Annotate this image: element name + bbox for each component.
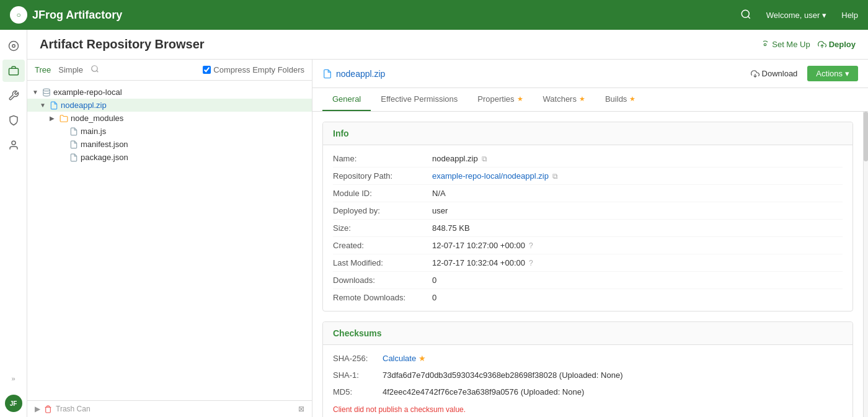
tree-item-label: package.json — [81, 153, 128, 162]
info-value: example-repo-local/nodeappl.zip ⧉ — [432, 171, 558, 181]
tree-toolbar: Tree Simple Compress Empty Folders — [27, 60, 312, 81]
info-label: Created: — [333, 241, 432, 250]
deploy-button[interactable]: Deploy — [818, 40, 856, 49]
tree-footer: ▶ Trash Can ⊠ — [27, 400, 312, 417]
jfrog-avatar: JF — [5, 395, 22, 412]
setmeup-button[interactable]: Set Me Up — [761, 40, 810, 49]
detail-panel: nodeappl.zip Download Actions ▾ — [312, 60, 868, 417]
app-title: JFrog Artifactory — [32, 9, 122, 22]
header-actions: Set Me Up Deploy — [761, 40, 856, 49]
info-row-downloads: Downloads: 0 — [333, 272, 843, 289]
info-label: Size: — [333, 223, 432, 233]
info-value: N/A — [432, 189, 446, 198]
svg-point-10 — [43, 89, 50, 91]
search-icon[interactable] — [740, 9, 751, 22]
chevron-down-icon: ▾ — [822, 11, 826, 20]
tab-general[interactable]: General — [322, 88, 371, 111]
sidebar-nav: » JF — [0, 30, 27, 417]
star-icon: ★ — [579, 95, 585, 103]
tab-simple[interactable]: Simple — [58, 65, 83, 74]
detail-header: nodeappl.zip Download Actions ▾ — [312, 60, 868, 88]
info-value: user — [432, 206, 448, 215]
star-icon: ★ — [418, 354, 426, 363]
svg-point-0 — [742, 10, 749, 17]
chevron-down-icon: ▾ — [845, 69, 849, 78]
tree-item-label: node_modules — [71, 114, 123, 123]
info-value: 0 — [432, 293, 436, 302]
app-logo: ○ JFrog Artifactory — [10, 6, 122, 24]
info-label: Deployed by: — [333, 206, 432, 215]
tree-search-icon[interactable] — [91, 65, 99, 75]
svg-line-9 — [97, 71, 99, 73]
repo-path-link[interactable]: example-repo-local/nodeappl.zip — [432, 171, 549, 181]
info-label: Repository Path: — [333, 171, 432, 181]
copy-icon[interactable]: ⧉ — [552, 172, 558, 181]
info-label: Name: — [333, 154, 432, 163]
user-menu[interactable]: Welcome, user ▾ — [766, 11, 826, 20]
checksum-label: MD5: — [333, 387, 383, 397]
tab-watchers[interactable]: Watchers ★ — [533, 88, 595, 111]
repo-icon — [42, 88, 51, 97]
tree-item-manifest-json[interactable]: ▶ manifest.json — [27, 138, 312, 151]
info-row-moduleid: Module ID: N/A — [333, 185, 843, 202]
svg-point-6 — [764, 43, 766, 46]
svg-point-2 — [9, 42, 18, 51]
download-button[interactable]: Download — [751, 69, 798, 78]
file-zip-icon — [322, 69, 332, 79]
main-content: Artifact Repository Browser Set Me Up De… — [27, 30, 868, 417]
info-row-modified: Last Modified: 12-07-17 10:32:04 +00:00 … — [333, 254, 843, 272]
page-header: Artifact Repository Browser Set Me Up De… — [27, 30, 868, 60]
compress-folders-label[interactable]: Compress Empty Folders — [203, 65, 304, 74]
checksum-row-sha1: SHA-1: 73dfa6d7e7d0db3d593034c9368eb2869… — [333, 367, 843, 383]
download-icon — [751, 70, 760, 78]
tree-item-label: manifest.json — [81, 140, 128, 149]
tree-item-label: example-repo-local — [53, 87, 122, 97]
sidebar-item-builds[interactable] — [2, 84, 25, 107]
info-row-repopath: Repository Path: example-repo-local/node… — [333, 168, 843, 185]
trash-can-item[interactable]: ▶ Trash Can — [35, 405, 91, 413]
sidebar-item-xray[interactable] — [2, 109, 25, 132]
compress-folders-checkbox[interactable] — [203, 66, 211, 74]
svg-point-5 — [12, 141, 16, 145]
tab-builds[interactable]: Builds ★ — [595, 88, 645, 111]
detail-file-name: nodeappl.zip — [322, 69, 385, 79]
tree-item-repo[interactable]: ▼ example-repo-local — [27, 86, 312, 99]
tab-label: Builds — [605, 94, 627, 104]
file-icon — [69, 127, 78, 136]
info-row-deployedby: Deployed by: user — [333, 202, 843, 220]
detail-tabs: General Effective Permissions Properties… — [312, 88, 868, 112]
help-icon[interactable]: ? — [529, 259, 533, 267]
tree-item-nodeappl[interactable]: ▼ nodeappl.zip — [27, 99, 312, 112]
sidebar-item-packages[interactable] — [2, 60, 25, 82]
tab-tree[interactable]: Tree — [35, 65, 51, 74]
info-label: Module ID: — [333, 189, 432, 198]
info-section-body: Name: nodeappl.zip ⧉ Repository Path: — [323, 145, 852, 311]
help-icon[interactable]: ? — [529, 241, 533, 250]
tree-item-node-modules[interactable]: ▶ node_modules — [27, 112, 312, 125]
info-label: Downloads: — [333, 276, 432, 285]
actions-button[interactable]: Actions ▾ — [807, 66, 858, 81]
checksum-label: SHA-256: — [333, 354, 383, 363]
checksum-value: Calculate ★ — [383, 354, 426, 363]
tree-item-main-js[interactable]: ▶ main.js — [27, 125, 312, 138]
help-button[interactable]: Help — [841, 11, 858, 20]
calculate-link[interactable]: Calculate ★ — [383, 354, 426, 363]
star-icon: ★ — [629, 95, 636, 103]
footer-action-icon[interactable]: ⊠ — [298, 405, 304, 413]
tree-item-label: nodeappl.zip — [61, 101, 107, 110]
sidebar-expand[interactable]: » — [6, 370, 20, 387]
zip-icon — [50, 101, 58, 110]
tab-label: General — [332, 94, 361, 104]
tab-properties[interactable]: Properties ★ — [467, 88, 533, 111]
chevron-down-icon: ▼ — [40, 102, 47, 109]
detail-scrollbar[interactable] — [863, 112, 868, 417]
tree-panel: Tree Simple Compress Empty Folders ▼ — [27, 60, 312, 417]
checksum-value: 4f2eec42e4742f76ce7e3a638f9a0576 (Upload… — [383, 387, 584, 397]
sidebar-item-home[interactable] — [2, 35, 25, 57]
tree-item-package-json[interactable]: ▶ package.json — [27, 151, 312, 164]
info-row-remote-downloads: Remote Downloads: 0 — [333, 289, 843, 306]
copy-icon[interactable]: ⧉ — [482, 155, 487, 163]
tab-effective-permissions[interactable]: Effective Permissions — [371, 88, 467, 111]
star-icon: ★ — [517, 95, 523, 103]
sidebar-item-admin[interactable] — [2, 134, 25, 156]
